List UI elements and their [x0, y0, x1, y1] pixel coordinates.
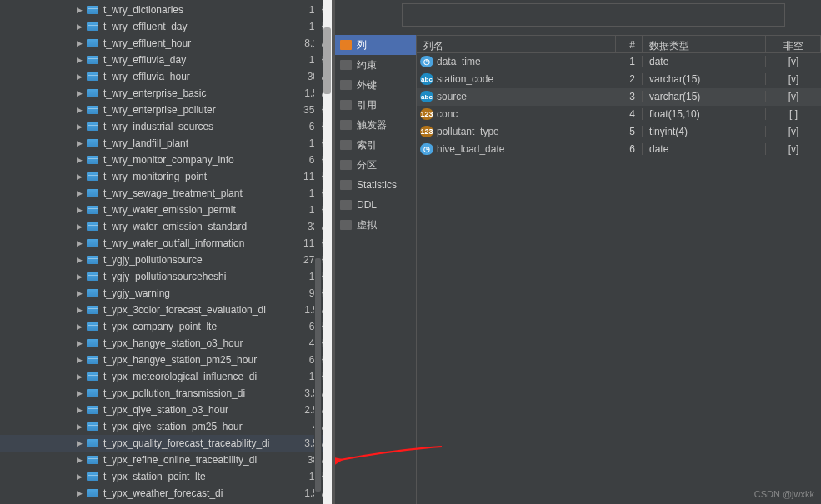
- table-row[interactable]: ▶t_wry_water_outfall_information112K: [0, 235, 332, 252]
- table-row[interactable]: ▶t_wry_effluent_hour8.1M: [0, 35, 332, 52]
- category-item[interactable]: 列: [335, 35, 416, 55]
- table-name: t_ypx_pollution_transmission_di: [103, 387, 290, 399]
- header-col-num[interactable]: #: [616, 36, 643, 52]
- table-row[interactable]: ▶t_wry_water_emission_standard32M: [0, 218, 332, 235]
- category-item[interactable]: 触发器: [335, 115, 416, 135]
- category-label: 触发器: [357, 118, 387, 132]
- table-row[interactable]: ▶t_wry_enterprise_polluter352K: [0, 102, 332, 118]
- table-icon: [87, 39, 98, 47]
- table-icon: [87, 106, 98, 114]
- category-item[interactable]: 引用: [335, 95, 416, 115]
- datatype-icon: abc: [420, 73, 433, 85]
- nav-scrollbar-inner[interactable]: [314, 0, 322, 504]
- column-notnull: [v]: [766, 126, 821, 137]
- table-row[interactable]: ▶t_ypx_hangye_station_o3_hour48K: [0, 335, 332, 352]
- table-row[interactable]: ▶t_wry_dictionaries16K: [0, 2, 332, 18]
- table-row[interactable]: ▶t_ypx_qiye_station_o3_hour2.5M: [0, 402, 332, 418]
- table-row[interactable]: ▶t_wry_enterprise_basic1.5M: [0, 85, 332, 102]
- category-item[interactable]: DDL: [335, 195, 416, 215]
- table-name: t_wry_effluent_day: [103, 21, 290, 32]
- columns-rows[interactable]: ◷data_time1date[v]abcstation_code2varcha…: [417, 53, 821, 504]
- column-notnull: [v]: [766, 73, 821, 85]
- table-row[interactable]: ▶t_ygjy_pollutionsource272K: [0, 252, 332, 268]
- category-item[interactable]: 虚拟: [335, 215, 416, 235]
- column-row[interactable]: 123conc4float(15,10)[ ]: [417, 106, 821, 123]
- table-row[interactable]: ▶t_ypx_hangye_station_pm25_hour64K: [0, 352, 332, 368]
- table-row[interactable]: ▶t_wry_water_emission_permit16K: [0, 202, 332, 218]
- table-name: t_ypx_meteorological_influence_di: [103, 371, 290, 382]
- table-row[interactable]: ▶t_ypx_pollution_transmission_di3.5M: [0, 385, 332, 402]
- chevron-right-icon: ▶: [77, 256, 83, 264]
- column-name: station_code: [437, 73, 493, 85]
- table-name: t_wry_dictionaries: [103, 4, 290, 16]
- chevron-right-icon: ▶: [77, 339, 83, 347]
- table-row[interactable]: ▶t_ypx_qiye_station_pm25_hour4M: [0, 418, 332, 435]
- category-label: 索引: [357, 138, 377, 152]
- category-list[interactable]: 列约束外键引用触发器索引分区StatisticsDDL虚拟: [335, 35, 417, 504]
- table-row[interactable]: ▶t_ypx_station_point_lte16K: [0, 468, 332, 485]
- table-tree[interactable]: ▶t_wry_dictionaries16K▶t_wry_effluent_da…: [0, 0, 332, 504]
- table-row[interactable]: ▶t_ygjy_pollutionsourceheshi16K: [0, 268, 332, 285]
- column-notnull: [v]: [766, 91, 821, 102]
- folder-icon: [340, 160, 352, 170]
- category-item[interactable]: 索引: [335, 135, 416, 155]
- table-name: t_wry_effluvia_hour: [103, 71, 290, 82]
- category-item[interactable]: 约束: [335, 55, 416, 75]
- table-row[interactable]: ▶t_wry_effluent_day16K: [0, 18, 332, 35]
- table-name: t_ypx_company_point_lte: [103, 321, 290, 332]
- table-row[interactable]: ▶t_wry_effluvia_hour30M: [0, 68, 332, 85]
- table-name: t_wry_monitor_company_info: [103, 154, 290, 166]
- chevron-right-icon: ▶: [77, 72, 83, 81]
- category-item[interactable]: Statistics: [335, 175, 416, 195]
- table-row[interactable]: ▶t_ypx_weather_forecast_di1.5M: [0, 485, 332, 502]
- column-row[interactable]: abcsource3varchar(15)[v]: [417, 88, 821, 106]
- table-row[interactable]: ▶t_wry_sewage_treatment_plant16K: [0, 185, 332, 202]
- chevron-right-icon: ▶: [77, 406, 83, 414]
- table-row[interactable]: ▶t_ypx_refine_online_traceability_di38M: [0, 452, 332, 468]
- chevron-right-icon: ▶: [77, 439, 83, 447]
- table-name: t_wry_effluent_hour: [103, 37, 290, 49]
- column-type: tinyint(4): [643, 126, 766, 137]
- table-icon: [87, 72, 98, 81]
- scrollbar-thumb[interactable]: [323, 27, 331, 94]
- category-item[interactable]: 外键: [335, 75, 416, 95]
- table-row[interactable]: ▶t_ygjy_warning96K: [0, 285, 332, 302]
- table-row[interactable]: ▶t_wry_monitor_company_info64K: [0, 152, 332, 168]
- table-name: t_ygjy_pollutionsource: [103, 254, 290, 266]
- category-label: 分区: [357, 158, 377, 172]
- folder-icon: [340, 80, 352, 90]
- header-col-name[interactable]: 列名: [417, 36, 616, 52]
- table-row[interactable]: ▶t_ypx_meteorological_influence_di16K: [0, 368, 332, 385]
- table-row[interactable]: ▶t_ypx_3color_forecast_evaluation_di1.5M: [0, 302, 332, 318]
- table-icon: [87, 339, 98, 347]
- table-row[interactable]: ▶t_ypx_company_point_lte64K: [0, 318, 332, 335]
- column-row[interactable]: abcstation_code2varchar(15)[v]: [417, 71, 821, 88]
- chevron-right-icon: ▶: [77, 222, 83, 231]
- table-row[interactable]: ▶t_wry_effluvia_day16K: [0, 52, 332, 68]
- table-name: t_wry_landfill_plant: [103, 137, 290, 149]
- header-col-nn[interactable]: 非空: [766, 36, 821, 52]
- column-notnull: [v]: [766, 56, 821, 67]
- category-item[interactable]: 分区: [335, 155, 416, 175]
- table-name: t_ygjy_pollutionsourceheshi: [103, 271, 290, 282]
- scrollbar-thumb[interactable]: [315, 258, 321, 492]
- column-type: float(15,10): [643, 108, 766, 120]
- table-row[interactable]: ▶t_ypx_quality_forecast_traceability_di3…: [0, 435, 332, 452]
- table-icon: [87, 256, 98, 264]
- table-row[interactable]: ▶t_wry_industrial_sources64K: [0, 118, 332, 135]
- category-label: 虚拟: [357, 218, 377, 232]
- column-row[interactable]: 123pollutant_type5tinyint(4)[v]: [417, 123, 821, 141]
- chevron-right-icon: ▶: [77, 22, 83, 31]
- table-name: t_ypx_3color_forecast_evaluation_di: [103, 304, 290, 316]
- table-name: t_ypx_hangye_station_pm25_hour: [103, 354, 290, 366]
- header-col-type[interactable]: 数据类型: [643, 36, 766, 52]
- table-name: t_ypx_hangye_station_o3_hour: [103, 337, 290, 349]
- column-type: date: [643, 143, 766, 155]
- table-name: t_wry_water_emission_permit: [103, 204, 290, 216]
- table-row[interactable]: ▶t_wry_landfill_plant16K: [0, 135, 332, 152]
- table-row[interactable]: ▶t_wry_monitoring_point112K: [0, 168, 332, 185]
- chevron-right-icon: ▶: [77, 189, 83, 197]
- column-row[interactable]: ◷hive_load_date6date[v]: [417, 141, 821, 158]
- nav-scrollbar-outer[interactable]: [323, 0, 332, 504]
- column-row[interactable]: ◷data_time1date[v]: [417, 53, 821, 71]
